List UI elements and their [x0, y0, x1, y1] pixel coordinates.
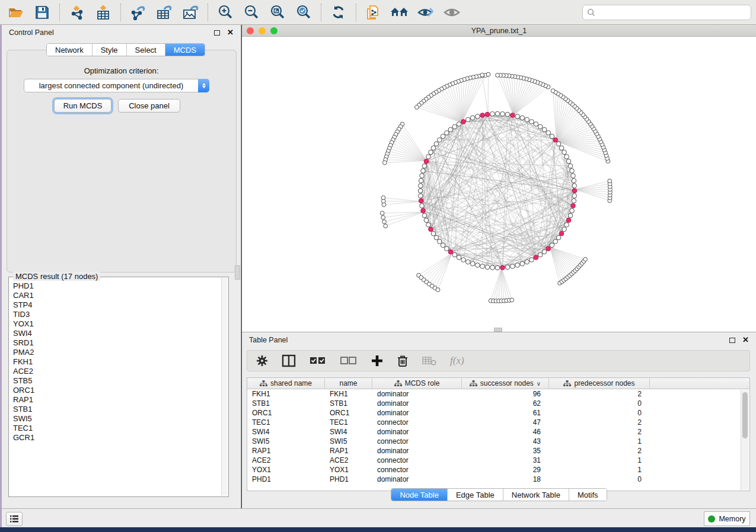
tab-motifs[interactable]: Motifs — [569, 489, 607, 501]
network-node[interactable] — [418, 194, 423, 198]
table-row[interactable]: ORC1ORC1dominator610 — [247, 408, 749, 418]
network-node[interactable] — [465, 117, 470, 122]
leaf-node[interactable] — [496, 73, 500, 78]
network-node[interactable] — [538, 124, 543, 129]
mcds-node[interactable] — [424, 159, 429, 164]
network-node[interactable] — [444, 130, 449, 135]
mcds-result-item[interactable]: TEC1 — [13, 424, 228, 433]
close-panel-icon[interactable]: ✕ — [227, 30, 234, 36]
mcds-result-list[interactable]: PHD1CAR1STP4TID3YOX1SWI4SRD1PMA2FKH1ACE2… — [9, 277, 228, 443]
leaf-node[interactable] — [486, 72, 490, 76]
mcds-result-item[interactable]: ACE2 — [13, 367, 228, 376]
network-node[interactable] — [485, 265, 490, 270]
network-node[interactable] — [542, 249, 547, 254]
table-settings-gear-icon[interactable] — [256, 354, 269, 367]
mcds-node[interactable] — [571, 204, 576, 209]
network-node[interactable] — [525, 117, 529, 122]
network-node[interactable] — [568, 213, 573, 218]
table-row[interactable]: RAP1RAP1dominator352 — [247, 446, 749, 456]
table-row[interactable]: STB1STB1dominator620 — [247, 399, 749, 408]
mcds-list-scrollbar[interactable] — [221, 278, 228, 496]
leaf-node[interactable] — [382, 220, 387, 224]
mcds-node[interactable] — [448, 249, 453, 254]
mcds-result-item[interactable]: SWI5 — [13, 414, 228, 424]
network-node[interactable] — [420, 204, 425, 209]
network-node[interactable] — [542, 127, 547, 132]
mcds-node[interactable] — [500, 265, 505, 270]
network-node[interactable] — [568, 164, 573, 168]
open-file-button[interactable] — [5, 2, 27, 23]
mcds-result-item[interactable]: STP4 — [13, 300, 228, 310]
zoom-in-button[interactable] — [214, 2, 237, 23]
network-node[interactable] — [515, 114, 520, 119]
table-row[interactable]: SWI4SWI4dominator462 — [247, 427, 749, 437]
network-node[interactable] — [461, 258, 466, 262]
network-node[interactable] — [556, 142, 561, 146]
network-node[interactable] — [444, 246, 449, 251]
network-node[interactable] — [480, 264, 485, 269]
leaf-node[interactable] — [551, 89, 555, 93]
network-node[interactable] — [529, 120, 534, 124]
float-panel-icon[interactable] — [729, 338, 735, 343]
delete-column-trash-icon[interactable] — [397, 354, 409, 367]
search-input[interactable] — [598, 8, 747, 17]
horizontal-splitter-grip[interactable] — [494, 328, 502, 332]
mcds-result-item[interactable]: PMA2 — [13, 348, 228, 357]
network-node[interactable] — [448, 127, 453, 132]
network-node[interactable] — [431, 231, 436, 236]
export-table-button[interactable] — [153, 2, 176, 23]
network-node[interactable] — [572, 184, 577, 188]
add-column-icon[interactable] — [371, 354, 384, 367]
mcds-result-item[interactable]: TID3 — [13, 310, 228, 319]
mcds-node[interactable] — [553, 137, 558, 142]
network-node[interactable] — [559, 146, 564, 150]
network-node[interactable] — [495, 111, 500, 116]
network-node[interactable] — [452, 252, 457, 257]
table-row[interactable]: YOX1YOX1connector291 — [247, 465, 749, 475]
network-node[interactable] — [490, 265, 495, 270]
mcds-node[interactable] — [559, 231, 564, 236]
leaf-node[interactable] — [436, 288, 440, 292]
leaf-node[interactable] — [380, 211, 384, 215]
tab-mcds[interactable]: MCDS — [165, 44, 205, 56]
network-node[interactable] — [437, 239, 442, 244]
leaf-node[interactable] — [382, 161, 387, 165]
mcds-node[interactable] — [485, 112, 490, 117]
table-scrollbar-thumb[interactable] — [742, 392, 748, 438]
mcds-node[interactable] — [566, 218, 571, 223]
network-node[interactable] — [452, 124, 457, 129]
mcds-result-item[interactable]: GCR1 — [13, 433, 228, 443]
network-node[interactable] — [515, 263, 520, 268]
network-node[interactable] — [505, 265, 510, 270]
network-node[interactable] — [426, 155, 431, 159]
column-header-successor-nodes[interactable]: successor nodes∨ — [462, 378, 549, 389]
float-panel-icon[interactable] — [214, 30, 220, 36]
zoom-out-button[interactable] — [240, 2, 263, 23]
network-node[interactable] — [570, 209, 575, 213]
network-node[interactable] — [457, 122, 461, 127]
network-node[interactable] — [562, 227, 567, 232]
network-node[interactable] — [422, 164, 427, 168]
network-node[interactable] — [564, 155, 569, 159]
mcds-result-item[interactable]: STB1 — [13, 405, 228, 414]
network-node[interactable] — [564, 223, 569, 227]
mcds-result-item[interactable]: ORC1 — [13, 386, 228, 395]
close-panel-button[interactable]: Close panel — [118, 99, 180, 113]
network-node[interactable] — [470, 116, 475, 120]
mcds-node[interactable] — [534, 255, 538, 260]
tab-network[interactable]: Network — [47, 44, 92, 56]
tab-select[interactable]: Select — [127, 44, 165, 56]
table-row[interactable]: SWI5SWI5connector431 — [247, 437, 749, 446]
zoom-selected-button[interactable] — [292, 2, 315, 23]
mcds-node[interactable] — [429, 227, 433, 232]
network-node[interactable] — [525, 259, 529, 264]
deselect-all-icon[interactable] — [340, 355, 358, 367]
tab-node-table[interactable]: Node Table — [391, 489, 448, 501]
network-node[interactable] — [520, 261, 525, 266]
network-node[interactable] — [572, 194, 577, 198]
leaf-node[interactable] — [381, 216, 385, 220]
network-node[interactable] — [490, 111, 495, 116]
apply-layout-button[interactable] — [327, 2, 350, 23]
table-row[interactable]: ACE2ACE2connector311 — [247, 456, 749, 465]
mcds-node[interactable] — [461, 120, 466, 124]
